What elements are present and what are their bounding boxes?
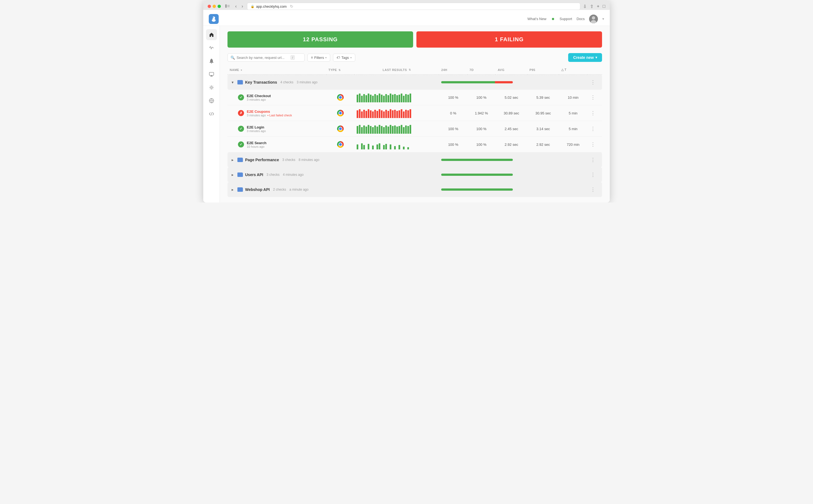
expand-btn-1[interactable]: ▸ — [230, 158, 235, 162]
refresh-icon[interactable]: ↻ — [290, 4, 293, 9]
create-new-label: Create new — [573, 55, 594, 60]
passing-banner[interactable]: 12 PASSING — [228, 31, 413, 48]
avatar[interactable] — [589, 15, 598, 23]
folder-checks-count-3: 2 checks — [273, 188, 286, 191]
stat-p95-0-3: 2.92 sec — [527, 137, 559, 152]
folder-more-btn-0[interactable]: ⋮ — [589, 78, 596, 86]
search-box[interactable]: 🔍 / — [228, 53, 305, 62]
create-new-button[interactable]: Create new ▾ — [568, 53, 602, 62]
svg-rect-12 — [211, 76, 212, 76]
tags-button[interactable]: 🏷 Tags ▾ — [333, 54, 355, 62]
chrome-icon-0-2 — [337, 125, 344, 132]
app-logo — [209, 14, 219, 24]
search-icon: 🔍 — [231, 56, 235, 60]
svg-line-16 — [211, 112, 212, 116]
check-name-0-3[interactable]: E2E Search — [247, 141, 267, 145]
check-more-btn-0-3[interactable]: ⋮ — [589, 140, 596, 149]
folder-time-2: 4 minutes ago — [283, 173, 304, 177]
docs-link[interactable]: Docs — [576, 17, 585, 21]
folder-time-3: a minute ago — [290, 188, 309, 191]
chrome-icon-0-3 — [337, 141, 344, 148]
maximize-button[interactable] — [218, 5, 221, 8]
filters-chevron: ▾ — [325, 56, 327, 59]
main-content: 12 PASSING 1 FAILING 🔍 / ≡ Filters ▾ 🏷 T… — [220, 26, 610, 202]
filters-button[interactable]: ≡ Filters ▾ — [307, 54, 330, 62]
search-input[interactable] — [237, 56, 289, 60]
folder-row-0[interactable]: ▾ Key Transactions 4 checks 3 minutes ag… — [228, 75, 602, 90]
stat-24h-0-3: 100 % — [439, 137, 467, 152]
folder-row-2[interactable]: ▸ Users API 3 checks 4 minutes ago ⋮ — [228, 167, 602, 182]
expand-btn-0[interactable]: ▾ — [230, 80, 235, 84]
stat-p95-0-2: 3.14 sec — [527, 121, 559, 137]
sidebar-item-monitors[interactable] — [206, 69, 217, 80]
folder-checks-count-0: 4 checks — [280, 80, 293, 84]
forward-button[interactable]: › — [241, 3, 244, 9]
tabs-icon[interactable]: □ — [602, 4, 605, 9]
new-tab-icon[interactable]: + — [597, 4, 599, 9]
folder-name-1: Page Performance — [245, 158, 279, 162]
expand-btn-3[interactable]: ▸ — [230, 187, 235, 192]
whats-new-link[interactable]: What's New — [527, 17, 546, 21]
check-name-0-0[interactable]: E2E Checkout — [247, 94, 271, 98]
url-bar[interactable]: 🔒 app.checklyhq.com ↻ — [247, 3, 580, 10]
share-icon[interactable]: ⇧ — [590, 4, 593, 9]
folder-checks-count-2: 3 checks — [267, 173, 280, 177]
col-name[interactable]: NAME ▾ — [228, 66, 326, 75]
support-link[interactable]: Support — [560, 17, 572, 21]
status-banners: 12 PASSING 1 FAILING — [228, 31, 602, 48]
col-last-results[interactable]: LAST RESULTS ⇅ — [354, 66, 439, 75]
sidebar-item-integrations[interactable] — [206, 82, 217, 93]
user-menu-chevron[interactable]: ▾ — [602, 17, 604, 21]
check-time-0-0: 3 minutes ago — [247, 98, 266, 101]
url-text: app.checklyhq.com — [256, 4, 287, 9]
stat-dt-0-2: 5 min — [559, 121, 587, 137]
col-7d: 7D — [467, 66, 495, 75]
filters-label: Filters — [314, 56, 324, 60]
folder-more-btn-2[interactable]: ⋮ — [589, 171, 596, 179]
tags-chevron: ▾ — [350, 56, 352, 59]
check-row-0-1[interactable]: ✗ E2E Coupons 3 minutes ago • Last faile… — [228, 105, 602, 121]
check-row-0-0[interactable]: ✓ E2E Checkout 3 minutes ago — [228, 90, 602, 105]
check-row-0-2[interactable]: ✓ E2E Login 3 minutes ago — [228, 121, 602, 137]
lock-icon: 🔒 — [251, 5, 255, 8]
svg-rect-3 — [227, 7, 230, 7]
status-icon-0-1: ✗ — [238, 110, 244, 116]
check-more-btn-0-1[interactable]: ⋮ — [589, 109, 596, 117]
check-row-0-3[interactable]: ✓ E2E Search 10 hours ago — [228, 137, 602, 152]
folder-row-3[interactable]: ▸ Webshop API 2 checks a minute ago ⋮ — [228, 182, 602, 197]
failing-banner[interactable]: 1 FAILING — [416, 31, 602, 48]
check-more-btn-0-2[interactable]: ⋮ — [589, 125, 596, 133]
check-name-0-2[interactable]: E2E Login — [247, 125, 266, 129]
stat-7d-0-2: 100 % — [467, 121, 495, 137]
minimize-button[interactable] — [213, 5, 216, 8]
stat-dt-0-1: 5 min — [559, 105, 587, 121]
chrome-icon-0-1 — [337, 110, 344, 116]
folder-icon-3 — [238, 187, 243, 192]
name-sort-icon: ▾ — [241, 69, 242, 72]
tag-icon: 🏷 — [337, 56, 340, 59]
folder-more-btn-3[interactable]: ⋮ — [589, 185, 596, 194]
sidebar-item-globe[interactable] — [206, 95, 217, 106]
filter-icon: ≡ — [311, 56, 313, 59]
folder-row-1[interactable]: ▸ Page Performance 3 checks 8 minutes ag… — [228, 152, 602, 168]
sidebar-item-code[interactable] — [206, 108, 217, 119]
close-button[interactable] — [208, 5, 211, 8]
sidebar-item-activity[interactable] — [206, 42, 217, 53]
stat-avg-0-0: 5.02 sec — [495, 90, 527, 105]
back-button[interactable]: ‹ — [234, 3, 238, 9]
sidebar-item-home[interactable] — [206, 29, 217, 40]
sidebar-toggle-button[interactable] — [224, 4, 231, 9]
stat-avg-0-3: 2.92 sec — [495, 137, 527, 152]
check-time-0-2: 3 minutes ago — [247, 129, 266, 133]
folder-icon-1 — [238, 158, 243, 162]
sidebar-item-alerts[interactable] — [206, 56, 217, 67]
download-icon[interactable]: ⇩ — [583, 4, 586, 9]
stat-p95-0-0: 5.39 sec — [527, 90, 559, 105]
whats-new-dot — [552, 18, 554, 20]
check-name-0-1[interactable]: E2E Coupons — [247, 109, 292, 114]
check-more-btn-0-0[interactable]: ⋮ — [589, 93, 596, 102]
sidebar — [203, 26, 220, 202]
folder-more-btn-1[interactable]: ⋮ — [589, 156, 596, 164]
expand-btn-2[interactable]: ▸ — [230, 172, 235, 177]
tags-label: Tags — [341, 56, 349, 60]
